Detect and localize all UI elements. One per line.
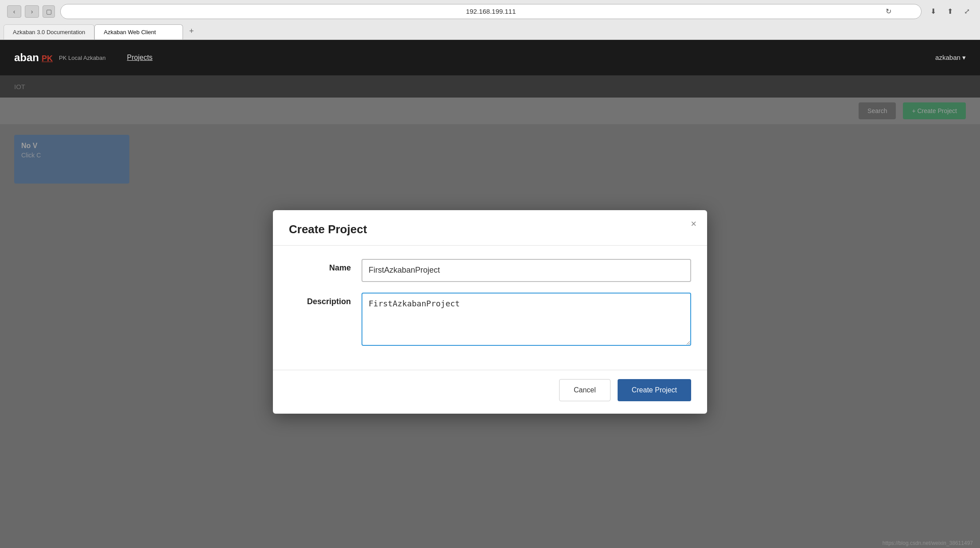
- modal-body: Name Description: [273, 246, 707, 370]
- tab-webclient-label: Azkaban Web Client: [104, 29, 156, 35]
- address-bar[interactable]: 192.168.199.111 ↻: [60, 4, 922, 19]
- app-header: aban PK PK Local Azkaban Projects azkaba…: [0, 40, 980, 75]
- create-project-modal: Create Project × Name Description: [273, 210, 707, 414]
- browser-action-icons: ⬇ ⬆ ⤢: [927, 5, 973, 18]
- forward-button[interactable]: ›: [25, 5, 39, 18]
- app-brand-name: aban: [14, 51, 39, 64]
- description-form-row: Description: [289, 293, 691, 346]
- app-nav: Projects: [127, 54, 153, 62]
- modal-header: Create Project ×: [273, 210, 707, 246]
- browser-tabs: Azkaban 3.0 Documentation Azkaban Web Cl…: [0, 23, 980, 39]
- download-icon[interactable]: ⬇: [927, 5, 939, 18]
- name-form-row: Name: [289, 259, 691, 282]
- browser-chrome: ‹ › ▢ 192.168.199.111 ↻ ⬇ ⬆ ⤢ Azkaban 3.…: [0, 0, 980, 40]
- cancel-button[interactable]: Cancel: [559, 379, 611, 401]
- app-brand-tag: PK: [42, 54, 53, 63]
- page-background: aban PK PK Local Azkaban Projects azkaba…: [0, 40, 980, 548]
- tab-documentation-label: Azkaban 3.0 Documentation: [13, 29, 85, 35]
- tab-documentation[interactable]: Azkaban 3.0 Documentation: [4, 24, 94, 39]
- name-input[interactable]: [362, 259, 691, 282]
- back-button[interactable]: ‹: [7, 5, 21, 18]
- content-area: IOT Search + Create Project No V Click C…: [0, 75, 980, 548]
- tab-overview-button[interactable]: ▢: [43, 5, 55, 18]
- description-textarea[interactable]: [362, 293, 691, 346]
- app-brand-sub: PK Local Azkaban: [59, 55, 106, 61]
- modal-footer: Cancel Create Project: [273, 370, 707, 414]
- browser-toolbar: ‹ › ▢ 192.168.199.111 ↻ ⬇ ⬆ ⤢: [0, 0, 980, 23]
- app-brand: aban PK: [14, 51, 53, 64]
- modal-title: Create Project: [289, 223, 691, 236]
- reload-button[interactable]: ↻: [882, 5, 894, 18]
- address-text: 192.168.199.111: [466, 8, 516, 15]
- fullscreen-icon[interactable]: ⤢: [961, 5, 973, 18]
- share-icon[interactable]: ⬆: [944, 5, 956, 18]
- name-label: Name: [289, 259, 351, 273]
- user-menu[interactable]: azkaban ▾: [935, 54, 966, 62]
- create-button[interactable]: Create Project: [618, 379, 691, 401]
- tab-webclient[interactable]: Azkaban Web Client: [94, 24, 183, 39]
- user-menu-label: azkaban ▾: [935, 54, 966, 62]
- modal-close-button[interactable]: ×: [691, 219, 696, 229]
- description-label: Description: [289, 293, 351, 306]
- modal-overlay: Create Project × Name Description: [0, 75, 980, 548]
- nav-projects[interactable]: Projects: [127, 54, 153, 61]
- browser-nav-buttons: ‹ › ▢: [7, 5, 55, 18]
- new-tab-button[interactable]: +: [185, 25, 198, 37]
